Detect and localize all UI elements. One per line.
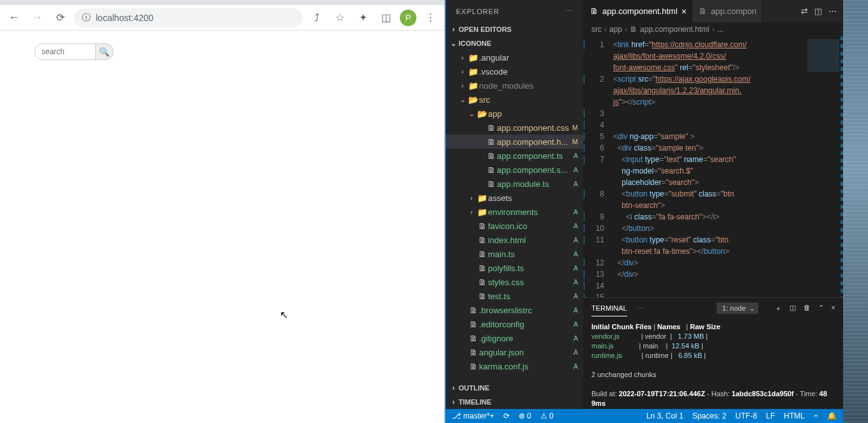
split-icon[interactable]: ◫ <box>814 6 822 16</box>
chevron-right-icon: › <box>466 194 476 202</box>
file-styles-css[interactable]: 🗎styles.cssA <box>446 275 583 289</box>
file-icon: 🗎 <box>468 320 479 329</box>
address-bar[interactable]: ⓘ localhost:4200 <box>74 8 303 27</box>
sync-icon[interactable]: ⟳ <box>503 412 510 420</box>
split-terminal-icon[interactable]: ◫ <box>789 304 796 313</box>
cursor-position[interactable]: Ln 3, Col 1 <box>646 412 683 420</box>
folder-assets[interactable]: ›📁assets <box>446 191 583 205</box>
file-icon: 🗎 <box>476 221 488 231</box>
sidepanel-icon[interactable]: ◫ <box>377 9 395 27</box>
file-test-ts[interactable]: 🗎test.tsA <box>446 289 583 303</box>
tab-app-component-html[interactable]: 🗎 app.component.html × <box>584 0 692 22</box>
file-tree[interactable]: ›📁.angular›📁.vscode›📁node_modules⌄📂src⌄📂… <box>446 50 583 381</box>
search-widget: 🔍 <box>34 43 445 60</box>
more-icon[interactable]: ⋯ <box>828 6 837 16</box>
profile-avatar[interactable]: P <box>400 10 416 26</box>
errors-count[interactable]: ⊗ 0 <box>519 412 531 420</box>
terminal-tab[interactable]: TERMINAL <box>591 301 627 316</box>
tab-app-compon[interactable]: 🗎 app.compon <box>692 0 763 22</box>
breadcrumbs[interactable]: src›app›🗎 app.component.html›... <box>584 22 843 36</box>
site-info-icon[interactable]: ⓘ <box>82 12 91 24</box>
extensions-icon[interactable]: ✦ <box>354 9 372 27</box>
file-app-component-ts[interactable]: 🗎app.component.tsA <box>446 149 583 163</box>
timeline-section[interactable]: › TIMELINE <box>446 395 583 409</box>
file-app-component-s---[interactable]: 🗎app.component.s...A <box>446 163 583 177</box>
file-karma-conf-js[interactable]: 🗎karma.conf.jsA <box>446 359 583 373</box>
chevron-right-icon: › <box>448 25 459 34</box>
explorer-more-icon[interactable]: ⋯ <box>565 7 573 15</box>
code-editor[interactable]: 123456789101112131415 <link href="https:… <box>584 36 843 297</box>
breadcrumb-segment[interactable]: app <box>609 25 622 34</box>
project-label: ICONONE <box>459 40 491 47</box>
minimap[interactable] <box>805 36 843 297</box>
eol[interactable]: LF <box>766 412 775 420</box>
folder-src[interactable]: ⌄📂src <box>446 93 583 107</box>
tree-item-label: src <box>479 95 569 105</box>
feedback-icon[interactable]: 𝄐 <box>814 412 818 420</box>
new-terminal-icon[interactable]: ＋ <box>775 304 782 313</box>
search-submit-button[interactable]: 🔍 <box>96 43 114 60</box>
breadcrumb-segment[interactable]: app.component.html <box>640 25 710 34</box>
file-app-module-ts[interactable]: 🗎app.module.tsA <box>446 177 583 191</box>
git-status-badge: A <box>569 362 578 370</box>
browser-tabstrip[interactable] <box>0 0 445 5</box>
url-text: localhost:4200 <box>96 13 153 23</box>
warnings-count[interactable]: ⚠ 0 <box>540 412 554 420</box>
file--editorconfig[interactable]: 🗎.editorconfigA <box>446 317 583 331</box>
file--browserslistrc[interactable]: 🗎.browserslistrcA <box>446 303 583 317</box>
file-icon: 🗎 <box>476 278 488 287</box>
language-mode[interactable]: HTML <box>784 412 805 420</box>
outline-section[interactable]: › OUTLINE <box>446 381 583 395</box>
file-icon: 🗎 <box>630 25 637 34</box>
terminal-output[interactable]: Initial Chunk Files | Names | Raw Sizeve… <box>584 318 843 409</box>
folder--vscode[interactable]: ›📁.vscode <box>446 64 583 78</box>
menu-icon[interactable]: ⋮ <box>422 9 439 27</box>
chevron-right-icon: › <box>712 25 715 34</box>
file-index-html[interactable]: 🗎index.htmlA <box>446 233 583 247</box>
search-input[interactable] <box>34 43 96 60</box>
file-icon: 🗎 <box>468 334 479 343</box>
reload-button[interactable]: ⟳ <box>51 9 69 27</box>
file-angular-json[interactable]: 🗎angular.jsonA <box>446 345 583 359</box>
tree-item-label: app.component.h... <box>497 137 569 147</box>
maximize-icon[interactable]: ⌃ <box>818 304 824 313</box>
tree-item-label: test.ts <box>488 292 569 301</box>
compare-icon[interactable]: ⇄ <box>801 6 808 16</box>
folder-app[interactable]: ⌄📂app <box>446 107 583 121</box>
close-icon[interactable]: × <box>681 6 687 17</box>
close-panel-icon[interactable]: × <box>832 304 835 313</box>
tree-item-label: app.component.css <box>497 123 569 133</box>
file--gitignore[interactable]: 🗎.gitignoreA <box>446 331 583 345</box>
file-icon: 🗎 <box>476 292 488 301</box>
breadcrumb-segment[interactable]: src <box>591 25 602 34</box>
git-status-badge: A <box>569 306 578 314</box>
bell-icon[interactable]: 🔔 <box>827 412 837 420</box>
git-branch[interactable]: ⎇ master*+ <box>452 412 494 420</box>
folder-icon: 📂 <box>468 95 479 105</box>
file-icon: 🗎 <box>476 249 488 259</box>
code-content[interactable]: <link href="https://cdnjs.cloudflare.com… <box>609 36 805 297</box>
folder-icon: 📁 <box>468 81 479 91</box>
back-button[interactable]: ← <box>5 9 23 27</box>
file-polyfills-ts[interactable]: 🗎polyfills.tsA <box>446 261 583 275</box>
folder-environments[interactable]: ›📁environmentsA <box>446 205 583 219</box>
folder-node-modules[interactable]: ›📁node_modules <box>446 78 583 93</box>
share-icon[interactable]: ⤴ <box>308 9 326 27</box>
indentation[interactable]: Spaces: 2 <box>692 412 726 420</box>
encoding[interactable]: UTF-8 <box>735 412 757 420</box>
forward-button[interactable]: → <box>28 9 46 27</box>
file-app-component-css[interactable]: 🗎app.component.cssM <box>446 121 583 135</box>
terminal-more-icon[interactable]: ⋯ <box>637 304 644 313</box>
explorer-title: EXPLORER <box>456 8 499 15</box>
file-app-component-h---[interactable]: 🗎app.component.h...M <box>446 135 583 149</box>
chevron-right-icon: › <box>604 25 607 34</box>
bookmark-icon[interactable]: ☆ <box>331 9 349 27</box>
project-section[interactable]: ⌄ ICONONE <box>446 36 583 50</box>
open-editors-section[interactable]: › OPEN EDITORS <box>446 22 583 36</box>
file-main-ts[interactable]: 🗎main.tsA <box>446 247 583 261</box>
folder--angular[interactable]: ›📁.angular <box>446 50 583 64</box>
file-favicon-ico[interactable]: 🗎favicon.icoA <box>446 219 583 233</box>
terminal-selector[interactable]: 1: node ⌄ <box>717 302 758 314</box>
breadcrumb-segment[interactable]: ... <box>717 25 724 34</box>
trash-icon[interactable]: 🗑 <box>803 304 811 313</box>
